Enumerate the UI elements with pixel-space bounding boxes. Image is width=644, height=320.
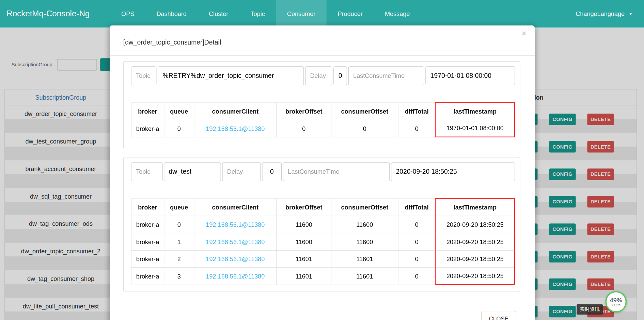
caret-down-icon: ▼ [629, 0, 632, 28]
nav-item-cluster[interactable]: Cluster [198, 0, 239, 28]
cell: 1 [164, 233, 194, 250]
column-header-lasttimestamp: lastTimestamp [436, 102, 515, 120]
table-row: broker-a0192.168.56.1@113800001970-01-01… [131, 120, 515, 137]
cell: 2020-09-20 18:50:25 [436, 216, 515, 233]
cell: 11601 [277, 267, 331, 285]
cell: 2020-09-20 18:50:25 [436, 233, 515, 250]
cell: 2 [164, 250, 194, 268]
delay-value: 0 [333, 66, 347, 85]
modal-body: Topic %RETRY%dw_order_topic_consumer Del… [110, 56, 535, 292]
retry-topic-section: Topic %RETRY%dw_order_topic_consumer Del… [123, 61, 520, 149]
consumer-offset-table: brokerqueueconsumerClientbrokerOffsetcon… [131, 102, 515, 137]
cell: 0 [398, 267, 436, 285]
cell: 11600 [331, 233, 398, 250]
cell: 0 [164, 120, 194, 137]
consumer-client-cell: 192.168.56.1@11380 [194, 216, 277, 233]
topic-label: Topic [131, 163, 163, 181]
delay-label: Delay [222, 163, 261, 181]
consumer-client-link[interactable]: 192.168.56.1@11380 [206, 125, 265, 132]
network-speed-widget: 实时资讯 49% ↓1K/s [577, 291, 630, 317]
cell: broker-a [131, 250, 164, 268]
close-button[interactable]: CLOSE [481, 311, 516, 320]
consumer-client-link[interactable]: 192.168.56.1@11380 [206, 238, 265, 245]
delay-label: Delay [305, 66, 332, 85]
cell: 2020-09-20 18:50:25 [436, 250, 515, 268]
widget-tooltip: 实时资讯 [577, 304, 603, 315]
cell: 11601 [331, 250, 398, 268]
table-row: broker-a1192.168.56.1@113801160011600020… [131, 233, 515, 250]
topic-info-row: Topic %RETRY%dw_order_topic_consumer Del… [131, 66, 515, 85]
column-header-broker: broker [131, 199, 164, 216]
modal-footer: CLOSE [110, 292, 535, 320]
column-header-consumeroffset: consumerOffset [331, 199, 398, 216]
cell: broker-a [131, 216, 164, 233]
cell: 0 [164, 216, 194, 233]
column-header-broker: broker [131, 102, 164, 120]
column-header-queue: queue [164, 199, 194, 216]
column-header-difftotal: diffTotal [398, 102, 436, 120]
percent-value: 49% [610, 297, 622, 304]
column-header-queue: queue [164, 102, 194, 120]
consumer-client-cell: 192.168.56.1@11380 [194, 267, 277, 285]
consumer-offset-table: brokerqueueconsumerClientbrokerOffsetcon… [131, 198, 515, 285]
consumer-client-link[interactable]: 192.168.56.1@11380 [206, 272, 265, 280]
topic-info-row: Topic dw_test Delay 0 LastConsumeTime 20… [131, 163, 515, 181]
topic-section: Topic dw_test Delay 0 LastConsumeTime 20… [123, 157, 520, 292]
topic-value: dw_test [164, 163, 221, 181]
column-header-consumeroffset: consumerOffset [331, 102, 398, 120]
nav-item-ops[interactable]: OPS [110, 0, 145, 28]
cell: broker-a [131, 120, 164, 137]
cell: 3 [164, 267, 194, 285]
nav-item-consumer[interactable]: Consumer [276, 0, 327, 28]
cell: 1970-01-01 08:00:00 [436, 120, 515, 137]
nav-item-message[interactable]: Message [374, 0, 421, 28]
column-header-difftotal: diffTotal [398, 199, 436, 216]
cell: 11600 [331, 216, 398, 233]
brand[interactable]: RocketMq-Console-Ng [0, 0, 96, 28]
last-consume-time-value: 2020-09-20 18:50:25 [391, 163, 515, 181]
nav-menu: OPSDashboardClusterTopicConsumerProducer… [110, 0, 421, 28]
down-arrow-icon: ↓ [612, 303, 613, 307]
cell: 2020-09-20 18:50:25 [436, 267, 515, 285]
cell: 11601 [277, 250, 331, 268]
table-row: broker-a0192.168.56.1@113801160011600020… [131, 216, 515, 233]
navbar: RocketMq-Console-Ng OPSDashboardClusterT… [0, 0, 644, 28]
cell: broker-a [131, 233, 164, 250]
cell: 11600 [277, 233, 331, 250]
column-header-consumerclient: consumerClient [194, 199, 277, 216]
column-header-lasttimestamp: lastTimestamp [436, 199, 515, 216]
close-icon[interactable]: × [519, 29, 529, 38]
column-header-consumerclient: consumerClient [194, 102, 277, 120]
nav-item-dashboard[interactable]: Dashboard [145, 0, 198, 28]
cell: 11601 [331, 267, 398, 285]
topic-value: %RETRY%dw_order_topic_consumer [158, 66, 304, 85]
speed-value: 1K/s [614, 303, 620, 307]
consumer-detail-modal: × [dw_order_topic_consumer]Detail Topic … [110, 26, 535, 320]
modal-header: [dw_order_topic_consumer]Detail [110, 26, 535, 56]
cell: 0 [331, 120, 398, 137]
nav-item-topic[interactable]: Topic [239, 0, 276, 28]
consumer-client-cell: 192.168.56.1@11380 [194, 233, 277, 250]
cell: broker-a [131, 267, 164, 285]
consumer-client-link[interactable]: 192.168.56.1@11380 [206, 221, 265, 228]
consumer-client-cell: 192.168.56.1@11380 [194, 120, 277, 137]
column-header-brokeroffset: brokerOffset [277, 102, 331, 120]
cell: 0 [398, 250, 436, 268]
nav-item-producer[interactable]: Producer [327, 0, 374, 28]
change-language-menu[interactable]: ChangeLanguage ▼ [576, 0, 632, 28]
last-consume-time-label: LastConsumeTime [283, 163, 390, 181]
consumer-client-link[interactable]: 192.168.56.1@11380 [206, 255, 265, 263]
last-consume-time-label: LastConsumeTime [348, 66, 424, 85]
app: SubscriptionGroup: SubscriptionGroup Ope… [0, 0, 644, 320]
table-row: broker-a3192.168.56.1@113801160111601020… [131, 267, 515, 285]
cell: 0 [398, 216, 436, 233]
consumer-client-cell: 192.168.56.1@11380 [194, 250, 277, 268]
cell: 11600 [277, 216, 331, 233]
topic-label: Topic [131, 66, 157, 85]
delay-value: 0 [262, 163, 282, 181]
last-consume-time-value: 1970-01-01 08:00:00 [425, 66, 515, 85]
cell: 0 [398, 233, 436, 250]
column-header-brokeroffset: brokerOffset [277, 199, 331, 216]
modal-title: [dw_order_topic_consumer]Detail [123, 39, 221, 46]
speed-circle[interactable]: 49% ↓1K/s [605, 291, 627, 313]
